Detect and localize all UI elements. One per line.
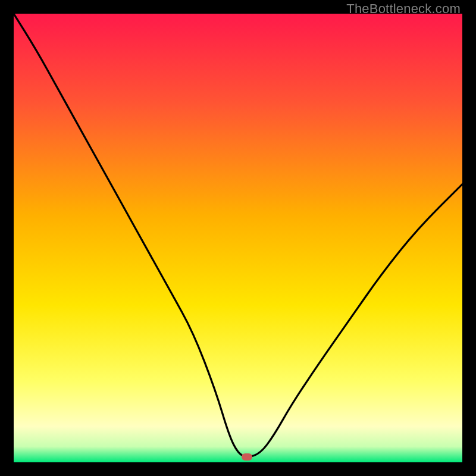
- bottleneck-chart: [14, 14, 462, 462]
- chart-background: [14, 14, 462, 462]
- chart-frame: [14, 14, 462, 462]
- optimal-point-marker: [242, 453, 252, 461]
